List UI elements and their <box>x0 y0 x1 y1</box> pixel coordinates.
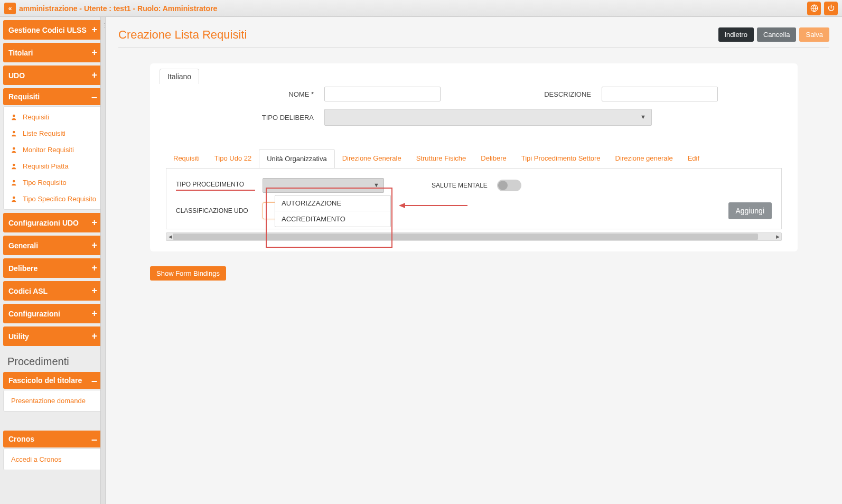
caret-down-icon: ▼ <box>373 182 379 188</box>
svg-point-2 <box>13 130 15 133</box>
plus-icon: + <box>91 263 97 274</box>
tab-requisiti[interactable]: Requisiti <box>166 149 207 168</box>
sidebar-item-requisiti-piatta[interactable]: Requisiti Piatta <box>4 158 102 174</box>
sidebar-collapse-button[interactable]: « <box>4 3 16 14</box>
sidebar-item-requisiti[interactable]: Requisiti <box>4 109 102 125</box>
plus-icon: + <box>91 47 97 58</box>
show-form-bindings-button[interactable]: Show Form Bindings <box>150 266 226 281</box>
classificazione-dropdown-list: AUTORIZZAZIONE ACCREDITAMENTO <box>275 195 391 227</box>
svg-point-6 <box>13 196 15 199</box>
label-classificazione-udo: CLASSIFICAZIONE UDO <box>176 207 255 214</box>
main-content: Creazione Lista Requisiti Indietro Cance… <box>106 17 842 504</box>
menu-titolari[interactable]: Titolari+ <box>3 43 102 62</box>
form-card: Italiano NOME * DESCRIZIONE TIPO DELIBER… <box>150 63 798 251</box>
menu-requisiti[interactable]: Requisiti– <box>3 88 102 105</box>
label-tipo-delibera: TIPO DELIBERA <box>213 114 314 122</box>
back-button[interactable]: Indietro <box>718 27 754 42</box>
scroll-right-icon[interactable]: ▶ <box>774 233 781 240</box>
sidebar-item-accedi-cronos[interactable]: Accedi a Cronos <box>4 451 102 468</box>
tab-direzione-generale[interactable]: Direzione Generale <box>335 149 409 168</box>
app-title: amministrazione - Utente : test1 - Ruolo… <box>19 4 217 13</box>
menu-gestione-codici-ulss[interactable]: Gestione Codici ULSS+ <box>3 20 102 40</box>
topbar: « amministrazione - Utente : test1 - Ruo… <box>0 0 842 17</box>
tipo-procedimento-select[interactable]: ▼ <box>263 178 384 193</box>
svg-point-5 <box>13 180 15 182</box>
submenu-requisiti: Requisiti Liste Requisiti Monitor Requis… <box>3 106 102 210</box>
salute-mentale-toggle[interactable] <box>497 180 521 191</box>
svg-point-1 <box>13 114 15 117</box>
save-button[interactable]: Salva <box>799 27 829 42</box>
menu-delibere[interactable]: Delibere+ <box>3 258 102 278</box>
menu-configurazioni[interactable]: Configurazioni+ <box>3 304 102 323</box>
tab-delibere[interactable]: Delibere <box>473 149 513 168</box>
caret-down-icon: ▼ <box>640 114 646 120</box>
tab-unita-organizzativa[interactable]: Unità Organizzativa <box>259 149 334 169</box>
plus-icon: + <box>91 240 97 251</box>
dropdown-option-autorizzazione[interactable]: AUTORIZZAZIONE <box>275 195 390 211</box>
menu-cronos[interactable]: Cronos– <box>3 431 102 447</box>
plus-icon: + <box>91 331 97 342</box>
sidebar-item-liste-requisiti[interactable]: Liste Requisiti <box>4 125 102 142</box>
page-title: Creazione Lista Requisiti <box>118 28 247 42</box>
tab-strutture-fisiche[interactable]: Strutture Fisiche <box>409 149 474 168</box>
menu-configurazioni-udo[interactable]: Configurazioni UDO+ <box>3 213 102 232</box>
tab-edif[interactable]: Edif <box>680 149 707 168</box>
menu-fascicolo[interactable]: Fascicolo del titolare– <box>3 372 102 389</box>
tab-language-it[interactable]: Italiano <box>160 69 199 84</box>
menu-codici-asl[interactable]: Codici ASL+ <box>3 281 102 301</box>
descrizione-input[interactable] <box>602 87 718 101</box>
minus-icon: – <box>91 436 97 442</box>
menu-udo[interactable]: UDO+ <box>3 66 102 85</box>
submenu-fascicolo: Presentazione domande <box>3 390 102 412</box>
minus-icon: – <box>91 378 97 383</box>
nome-input[interactable] <box>324 87 441 101</box>
label-salute-mentale: SALUTE MENTALE <box>432 182 490 189</box>
label-descrizione: DESCRIZIONE <box>451 90 591 98</box>
tab-direzione-generale-2[interactable]: Direzione generale <box>608 149 680 168</box>
menu-utility[interactable]: Utility+ <box>3 326 102 346</box>
sidebar-resize-handle[interactable] <box>100 17 106 504</box>
plus-icon: + <box>91 308 97 319</box>
svg-point-4 <box>13 163 15 166</box>
sidebar-item-presentazione-domande[interactable]: Presentazione domande <box>4 393 102 409</box>
tipo-delibera-select[interactable]: ▼ <box>324 109 652 126</box>
scroll-thumb[interactable] <box>173 234 758 240</box>
cancel-button[interactable]: Cancella <box>757 27 797 42</box>
label-nome: NOME * <box>213 90 314 98</box>
submenu-cronos: Accedi a Cronos <box>3 449 102 470</box>
power-icon[interactable] <box>824 2 838 15</box>
sidebar-item-tipo-requisito[interactable]: Tipo Requisito <box>4 174 102 191</box>
menu-generali[interactable]: Generali+ <box>3 236 102 255</box>
globe-icon[interactable] <box>807 2 821 15</box>
tab-content: TIPO PROCEDIMENTO ▼ SALUTE MENTALE CLASS… <box>166 169 782 229</box>
inner-tabs: Requisiti Tipo Udo 22 Unità Organizzativ… <box>166 149 782 169</box>
aggiungi-button[interactable]: Aggiungi <box>728 202 772 219</box>
plus-icon: + <box>91 24 97 35</box>
svg-point-3 <box>13 147 15 150</box>
plus-icon: + <box>91 285 97 296</box>
sidebar-item-tipo-specifico-requisito[interactable]: Tipo Specifico Requisito <box>4 191 102 207</box>
tab-tipi-procedimento-settore[interactable]: Tipi Procedimento Settore <box>514 149 608 168</box>
horizontal-scrollbar[interactable]: ◀ ▶ <box>166 232 782 241</box>
section-procedimenti: Procedimenti <box>3 349 102 372</box>
label-tipo-procedimento: TIPO PROCEDIMENTO <box>176 181 255 191</box>
sidebar: Gestione Codici ULSS+ Titolari+ UDO+ Req… <box>0 17 106 504</box>
dropdown-option-accreditamento[interactable]: ACCREDITAMENTO <box>275 211 390 227</box>
plus-icon: + <box>91 70 97 81</box>
plus-icon: + <box>91 217 97 228</box>
minus-icon: – <box>91 94 97 99</box>
sidebar-item-monitor-requisiti[interactable]: Monitor Requisiti <box>4 142 102 158</box>
tab-tipo-udo-22[interactable]: Tipo Udo 22 <box>207 149 259 168</box>
